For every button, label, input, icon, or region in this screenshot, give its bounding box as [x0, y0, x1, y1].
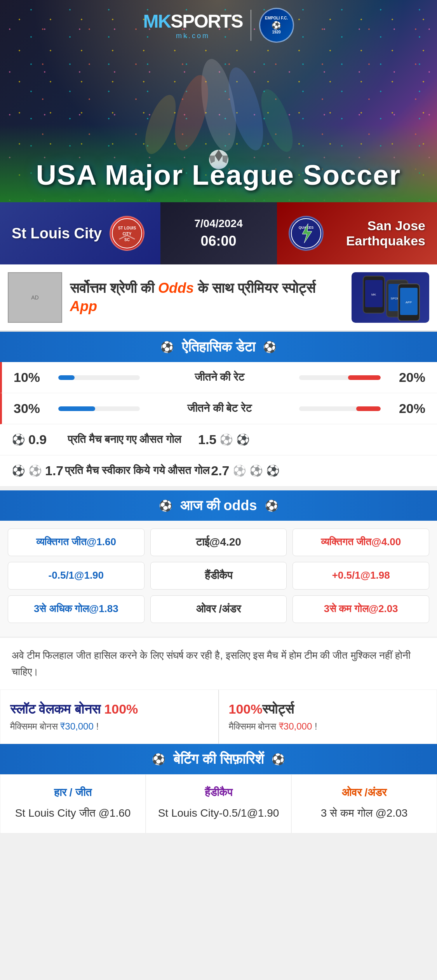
promo-banner[interactable]: AD सर्वोत्तम श्रेणी की Odds के साथ प्रीम…: [0, 264, 437, 332]
stat-row-bet-rate: 30% जीतने की बेट रेट 20%: [0, 393, 437, 424]
bonus-card-left[interactable]: स्लॉट वेलकम बोनस 100% मैक्सिमम बोनस ₹30,…: [0, 690, 219, 744]
ball-icon-4: ⚽: [12, 464, 25, 477]
betting-recommendations: हार / जीत St Louis City जीत @1.60 हैंडीक…: [0, 774, 437, 833]
stat-left-num-3: 0.9: [28, 432, 47, 447]
brand-name: MKSPORTS: [143, 10, 242, 32]
ball-icon-betting-left: ⚽: [152, 753, 165, 766]
odds-overunder-label: ओवर /अंडर: [150, 595, 287, 623]
bonus-right-title: 100%स्पोर्ट्स: [229, 702, 427, 717]
stat-label-1: जीतने की रेट: [146, 371, 293, 384]
odds-over[interactable]: 3से अधिक गोल@1.83: [8, 595, 145, 623]
betting-label-1: हार / जीत: [8, 786, 138, 799]
betting-title: बेटिंग की सिफ़ारिशें: [173, 751, 264, 767]
promo-text-part2: के साथ प्रीमियर स्पोर्ट्स: [194, 280, 315, 296]
stat-bar-fill-red-1: [348, 375, 381, 380]
match-center: 7/04/2024 06:00: [160, 202, 277, 264]
betting-grid: हार / जीत St Louis City जीत @1.60 हैंडीक…: [0, 774, 437, 833]
historical-title: ऐतिहासिक डेटा: [182, 339, 255, 355]
promo-image-placeholder: AD: [8, 272, 62, 323]
ball-icon-5: ⚽: [28, 464, 42, 477]
partner-logo: EMPOLI F.C. ⚽ 1920: [259, 8, 294, 43]
betting-cell-win-loss: हार / जीत St Louis City जीत @1.60: [0, 774, 146, 833]
odds-under[interactable]: 3से कम गोल@2.03: [292, 595, 429, 623]
ball-icon-left: ⚽: [160, 341, 174, 354]
odds-overunder-row: 3से अधिक गोल@1.83 ओवर /अंडर 3से कम गोल@2…: [8, 595, 429, 623]
mk-sports-logo: MKSPORTS mk.com: [143, 10, 242, 40]
home-team-section: St Louis City ST LOUIS CITY SC: [0, 202, 160, 264]
odds-row-1: व्यक्तिगत जीत@1.60 टाई@4.20 व्यक्तिगत जी…: [8, 528, 429, 556]
stat-bar-fill-1: [58, 375, 75, 380]
bonus-section[interactable]: स्लॉट वेलकम बोनस 100% मैक्सिमम बोनस ₹30,…: [0, 690, 437, 744]
stat-label-3: प्रति मैच बनाए गए औसत गोल: [50, 433, 198, 446]
hero-title: USA Major League Soccer: [0, 160, 437, 191]
hero-banner: MKSPORTS mk.com EMPOLI F.C. ⚽ 1920 USA M…: [0, 0, 437, 202]
bonus-card-right[interactable]: 100%स्पोर्ट्स मैक्सिमम बोनस ₹30,000 !: [219, 690, 437, 744]
analysis-text: अवे टीम फिलहाल जीत हासिल करने के लिए संघ…: [12, 648, 425, 680]
odds-section: व्यक्तिगत जीत@1.60 टाई@4.20 व्यक्तिगत जी…: [0, 521, 437, 637]
bonus-left-amount: ₹30,000: [60, 721, 93, 732]
odds-title: आज की odds: [180, 497, 257, 514]
away-team-name: San Jose Earthquakes: [331, 218, 426, 248]
bonus-right-subtitle-text: मैक्सिमम बोनस: [229, 721, 279, 732]
ball-icon-3: ⚽: [236, 433, 250, 446]
stat-left-value-1: 10%: [14, 370, 52, 385]
betting-section-header: ⚽ बेटिंग की सिफ़ारिशें ⚽: [0, 744, 437, 774]
stat-right-num-3: 1.5: [198, 432, 216, 447]
ball-icon-betting-right: ⚽: [272, 753, 285, 766]
svg-text:SC: SC: [124, 238, 130, 242]
bonus-left-subtitle: मैक्सिमम बोनस ₹30,000 !: [10, 721, 209, 732]
bonus-right-exclaim: !: [312, 721, 317, 732]
odds-handicap-row: -0.5/1@1.90 हैंडीकैप +0.5/1@1.98: [8, 562, 429, 590]
stat-label-2: जीतने की बेट रेट: [146, 402, 293, 415]
stat-bar-right-1: [299, 375, 381, 380]
stat-left-value-2: 30%: [14, 401, 52, 416]
away-team-logo: QUAKES: [289, 216, 324, 251]
odds-away-win[interactable]: व्यक्तिगत जीत@4.00: [292, 528, 429, 556]
betting-value-3: 3 से कम गोल @2.03: [299, 805, 429, 821]
stat-bar-fill-red-2: [356, 406, 381, 411]
stat-label-4: प्रति मैच स्वीकार किये गये औसत गोल: [63, 464, 211, 477]
stat-icons-right-4: 2.7 ⚽ ⚽ ⚽: [211, 463, 279, 478]
analysis-section: अवे टीम फिलहाल जीत हासिल करने के लिए संघ…: [0, 637, 437, 690]
stat-right-value-2: 20%: [387, 401, 425, 416]
odds-handicap-left[interactable]: -0.5/1@1.90: [8, 562, 145, 590]
betting-value-2: St Louis City-0.5/1@1.90: [154, 805, 283, 821]
bonus-right-pct: 100%: [229, 702, 263, 716]
betting-label-2: हैंडीकैप: [154, 786, 283, 799]
bonus-right-amount: ₹30,000: [279, 721, 312, 732]
logo-divider: [251, 10, 251, 41]
betting-label-3: ओवर /अंडर: [299, 786, 429, 799]
bonus-left-subtitle-text: मैक्सिमम बोनस: [10, 721, 60, 732]
stat-row-win-rate: 10% जीतने की रेट 20%: [0, 362, 437, 393]
stat-icons-right-3: 1.5 ⚽ ⚽: [198, 432, 250, 447]
promo-text-area: सर्वोत्तम श्रेणी की Odds के साथ प्रीमियर…: [70, 279, 344, 316]
hero-title-area: USA Major League Soccer: [0, 160, 437, 191]
betting-cell-handicap: हैंडीकैप St Louis City-0.5/1@1.90: [146, 774, 291, 833]
odds-section-header: ⚽ आज की odds ⚽: [0, 490, 437, 521]
stat-right-num-4: 2.7: [211, 463, 229, 478]
ball-icon-right: ⚽: [263, 341, 277, 354]
promo-main-text: सर्वोत्तम श्रेणी की Odds के साथ प्रीमियर…: [70, 279, 344, 316]
ball-icon-6: ⚽: [233, 464, 246, 477]
match-time: 06:00: [200, 233, 236, 249]
promo-app: App: [70, 298, 97, 314]
stat-bar-left-2: [58, 406, 140, 411]
bonus-left-title-text: स्लॉट वेलकम बोनस: [10, 702, 104, 716]
bonus-left-exclaim: !: [94, 721, 99, 732]
ball-icon-2: ⚽: [219, 433, 233, 446]
stat-row-avg-goals: ⚽ 0.9 प्रति मैच बनाए गए औसत गोल 1.5 ⚽ ⚽: [0, 424, 437, 455]
stat-icons-left-4: ⚽ ⚽ 1.7: [12, 463, 63, 478]
betting-value-1: St Louis City जीत @1.60: [8, 805, 138, 821]
promo-phones-image: MK SPORTS APP: [352, 272, 429, 323]
stat-left-num-4: 1.7: [45, 463, 63, 478]
odds-handicap-right[interactable]: +0.5/1@1.98: [292, 562, 429, 590]
stat-bar-right-2: [299, 406, 381, 411]
ball-icon-odds-right: ⚽: [265, 499, 279, 512]
svg-text:APP: APP: [406, 301, 412, 304]
partner-name: EMPOLI F.C. ⚽ 1920: [265, 16, 288, 35]
betting-cell-overunder: ओवर /अंडर 3 से कम गोल @2.03: [291, 774, 437, 833]
stat-bar-left-1: [58, 375, 140, 380]
odds-tie[interactable]: टाई@4.20: [150, 528, 287, 556]
odds-home-win[interactable]: व्यक्तिगत जीत@1.60: [8, 528, 145, 556]
logo-area: MKSPORTS mk.com EMPOLI F.C. ⚽ 1920: [143, 8, 294, 43]
